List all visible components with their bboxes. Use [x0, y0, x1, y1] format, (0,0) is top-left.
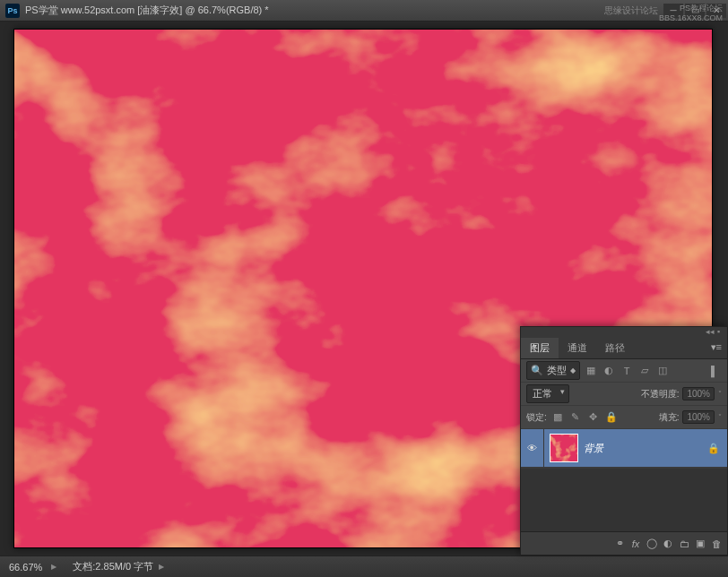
lock-fill-row: 锁定: ▩ ✎ ✥ 🔒 填充: 100% ˅ [521, 406, 727, 429]
panel-tabs: 图层 通道 路径 ▾≡ [521, 338, 727, 359]
layer-name[interactable]: 背景 [584, 442, 707, 455]
tab-paths[interactable]: 路径 [596, 338, 634, 358]
blend-mode-dropdown[interactable]: 正常 [526, 384, 569, 403]
corner-watermark: PS教程论坛 BBS.16XX8.COM [659, 4, 723, 23]
lock-all-icon[interactable]: 🔒 [604, 410, 619, 425]
delete-layer-icon[interactable]: 🗑 [709, 537, 724, 551]
document-title: PS学堂 www.52psxt.com [油漆字效] @ 66.7%(RGB/8… [25, 4, 269, 17]
layer-row-background[interactable]: 👁 背景 � [521, 429, 727, 467]
filter-toggle-icon[interactable]: ▌ [707, 364, 722, 378]
opacity-value[interactable]: 100% [682, 387, 715, 400]
group-icon[interactable]: 🗀 [677, 537, 691, 551]
ps-app-icon: Ps [5, 4, 20, 18]
layers-panel-footer: ⚭ fx ◯ ◐ 🗀 ▣ 🗑 [521, 531, 727, 555]
blend-opacity-row: 正常 不透明度: 100% ˅ [521, 383, 727, 406]
filter-type-dropdown[interactable]: 🔍 类型 ◆ [526, 361, 580, 380]
filter-adjust-icon[interactable]: ◐ [602, 364, 616, 378]
layer-lock-icon: 🔒 [707, 443, 720, 454]
statusbar: 66.67% ▶ 文档:2.85M/0 字节 ▶ [0, 555, 728, 577]
layer-mask-icon[interactable]: ◯ [645, 537, 659, 551]
layer-empty-area[interactable] [521, 469, 727, 531]
filter-shape-icon[interactable]: ▱ [637, 364, 652, 378]
lock-label: 锁定: [526, 411, 547, 424]
titlebar: Ps PS学堂 www.52psxt.com [油漆字效] @ 66.7%(RG… [0, 0, 728, 22]
tab-channels[interactable]: 通道 [559, 338, 596, 358]
docinfo-popup-icon[interactable]: ▶ [159, 563, 164, 571]
fill-value[interactable]: 100% [682, 410, 715, 424]
layer-filter-row: 🔍 类型 ◆ ▦ ◐ T ▱ ◫ ▌ [521, 359, 727, 383]
filter-smart-icon[interactable]: ◫ [655, 364, 670, 378]
filter-pixel-icon[interactable]: ▦ [584, 364, 598, 378]
link-layers-icon[interactable]: ⚭ [612, 537, 627, 551]
layer-list: 👁 背景 � [521, 429, 727, 469]
search-icon: 🔍 [531, 365, 543, 376]
filter-type-icon[interactable]: T [620, 364, 634, 378]
lock-transparency-icon[interactable]: ▩ [550, 410, 565, 425]
adjustment-layer-icon[interactable]: ◐ [661, 537, 675, 551]
zoom-level[interactable]: 66.67% [0, 562, 51, 573]
layer-thumbnail[interactable] [550, 434, 578, 462]
lock-position-icon[interactable]: ✥ [586, 410, 601, 425]
watermark-text: 思缘设计论坛 [604, 4, 658, 17]
opacity-label: 不透明度: [641, 388, 680, 400]
zoom-popup-icon[interactable]: ▶ [51, 563, 56, 571]
tab-layers[interactable]: 图层 [521, 338, 559, 358]
panel-collapse-bar[interactable]: ◂◂ ▪ [521, 327, 727, 338]
lock-pixels-icon[interactable]: ✎ [568, 410, 583, 425]
visibility-eye-icon[interactable]: 👁 [521, 429, 544, 467]
layers-panel: ◂◂ ▪ 图层 通道 路径 ▾≡ 🔍 类型 ◆ ▦ ◐ T ▱ ◫ ▌ 正常 不… [520, 326, 728, 555]
new-layer-icon[interactable]: ▣ [693, 537, 707, 551]
document-info[interactable]: 文档:2.85M/0 字节 [67, 560, 159, 573]
svg-rect-1 [550, 435, 577, 461]
fx-icon[interactable]: fx [628, 537, 643, 551]
fill-label: 填充: [659, 411, 680, 424]
panel-menu-icon[interactable]: ▾≡ [706, 338, 727, 358]
